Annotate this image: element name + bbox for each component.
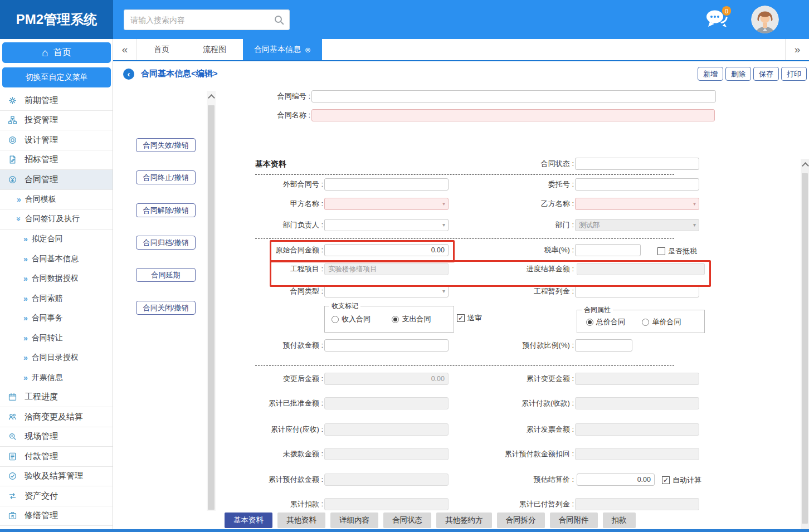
bottom-tab-other-info[interactable]: 其他资料 [277, 513, 325, 528]
sidebar-item-contract-transfer[interactable]: »合同转让 [0, 328, 113, 348]
contract-delay-button[interactable]: 合同延期 [136, 268, 196, 282]
delete-button[interactable]: 删除 [725, 67, 751, 81]
sidebar-home-button[interactable]: ⌂ 首页 [2, 42, 111, 63]
search-input[interactable] [124, 16, 269, 25]
chevron-down-icon: ▾ [442, 222, 445, 228]
back-button[interactable]: ‹ [123, 69, 134, 80]
sidebar-item-payment-mgmt[interactable]: 付款管理 [0, 447, 113, 467]
sidebar-item-label: 合同索赔 [32, 294, 63, 304]
tax-deduct-checkbox[interactable] [657, 247, 665, 255]
sidebar-item-contract-sign-exec[interactable]: »合同签订及执行 [0, 209, 113, 230]
sidebar-item-contract-mgmt[interactable]: 合同管理 [0, 170, 113, 190]
input-prepay-ratio[interactable] [575, 339, 632, 352]
scrollbar-thumb[interactable] [802, 173, 808, 524]
bottom-tab-detail-content[interactable]: 详细内容 [330, 513, 378, 528]
input-contract-name[interactable] [311, 109, 715, 121]
radio-icon[interactable] [392, 316, 399, 323]
bottom-tab-contract-split[interactable]: 合同拆分 [497, 513, 545, 528]
input-external-contract-no[interactable] [324, 178, 449, 191]
bottom-tab-contract-attachment[interactable]: 合同附件 [550, 513, 598, 528]
auto-calc-checkbox[interactable]: ✓ [662, 476, 670, 484]
sidebar-item-repair-mgmt[interactable]: 修缮管理 [0, 506, 113, 526]
contract-close-button[interactable]: 合同关闭/撤销 [136, 301, 196, 315]
tab-contract-basic-info[interactable]: 合同基本信息⊗ [243, 39, 322, 60]
tab-flowchart[interactable]: 流程图 [186, 39, 243, 60]
input-party-a-name[interactable]: ▾ [324, 198, 449, 210]
scroll-up-icon[interactable] [802, 162, 809, 169]
input-provisional-sum[interactable] [575, 285, 699, 297]
radio-expense-contract[interactable]: 支出合同 [392, 314, 431, 324]
scrollbar-thumb[interactable] [208, 105, 215, 510]
contract-invalid-button[interactable]: 合同失效/撤销 [136, 138, 196, 152]
sidebar-item-acceptance-settle-mgmt[interactable]: 验收及结算管理 [0, 467, 113, 487]
switch-custom-menu-button[interactable]: 切换至自定义菜单 [2, 67, 111, 87]
radio-icon[interactable] [332, 316, 339, 323]
input-contract-status[interactable] [575, 158, 699, 170]
contract-rescind-button[interactable]: 合同解除/撤销 [136, 203, 196, 217]
bottom-tab-contract-status[interactable]: 合同状态 [383, 513, 431, 528]
input-tax-rate[interactable] [575, 244, 641, 256]
input-original-contract-amount[interactable]: 0.00 [324, 244, 449, 256]
sidebar-item-contract-dir-auth[interactable]: »合同目录授权 [0, 348, 113, 368]
sidebar-item-contract-claim[interactable]: »合同索赔 [0, 289, 113, 309]
messages-button[interactable]: 0 [704, 7, 735, 33]
sidebar-item-invoice-info[interactable]: »开票信息 [0, 368, 113, 388]
tab-label: 合同基本信息 [254, 45, 301, 55]
bottom-tab-other-signers[interactable]: 其他签约方 [436, 513, 492, 528]
radio-label: 单价合同 [652, 317, 681, 327]
sidebar-item-investment-mgmt[interactable]: 投资管理 [0, 111, 113, 131]
sidebar-item-contract-basic-info[interactable]: »合同基本信息 [0, 249, 113, 269]
sidebar-item-early-stage-mgmt[interactable]: 前期管理 [0, 91, 113, 111]
sidebar-item-label: 修缮管理 [25, 510, 58, 521]
sidebar-item-bidding-mgmt[interactable]: 招标管理 [0, 150, 113, 170]
page-scrollbar[interactable] [801, 159, 809, 532]
input-contract-no[interactable] [311, 90, 716, 103]
close-icon[interactable]: ⊗ [305, 46, 311, 54]
input-est-settle-price[interactable]: 0.00 [577, 474, 655, 486]
sidebar-item-project-progress[interactable]: 工程进度 [0, 388, 113, 408]
field-label-prepay-amount: 预付款金额 : [216, 340, 323, 350]
sidebar-item-negotiation-settle[interactable]: 洽商变更及结算 [0, 407, 113, 427]
print-button[interactable]: 打印 [781, 67, 807, 81]
input-dept-head[interactable]: ▾ [324, 219, 449, 231]
form-row: 工程项目 :实验楼修缮项目进度结算金额 : [216, 263, 801, 277]
field-label-dept-head: 部门负责人 : [216, 220, 323, 230]
field-cum-invoice-amount: 累计发票金额 : [467, 423, 699, 436]
radio-label: 收入合同 [342, 314, 371, 324]
sidebar-item-site-mgmt[interactable]: 现场管理 [0, 427, 113, 447]
form-scrollbar[interactable] [207, 91, 216, 529]
review-checkbox[interactable]: ✓ [457, 314, 465, 322]
radio-income-contract[interactable]: 收入合同 [332, 314, 371, 324]
avatar[interactable] [751, 6, 779, 33]
radio-icon[interactable] [642, 319, 649, 326]
sidebar-item-design-mgmt[interactable]: 设计管理 [0, 130, 113, 150]
sidebar-item-contract-template[interactable]: »合同模板 [0, 190, 113, 210]
input-prepay-amount[interactable] [324, 339, 449, 352]
contract-archive-button[interactable]: 合同归档/撤销 [136, 236, 196, 250]
sidebar-item-label: 招标管理 [25, 154, 58, 165]
sidebar-item-contract-data-auth[interactable]: »合同数据授权 [0, 269, 113, 289]
tab-home[interactable]: 首页 [137, 39, 186, 60]
field-external-contract-no: 外部合同号 : [216, 178, 449, 191]
bottom-tab-deduction[interactable]: 扣款 [603, 513, 636, 528]
search-icon[interactable] [269, 14, 290, 26]
bottom-tab-basic-info[interactable]: 基本资料 [225, 513, 272, 528]
collapse-tabs-right-button[interactable]: » [785, 39, 809, 60]
tax-deduct-checkbox-group: 是否抵税 [657, 246, 697, 256]
radio-unit-price-contract[interactable]: 单价合同 [642, 317, 681, 327]
input-party-b-name[interactable]: ▾ [575, 198, 699, 210]
input-entrust-no[interactable] [575, 178, 699, 191]
input-contract-type[interactable]: ▾ [324, 285, 449, 297]
collapse-tabs-left-button[interactable]: « [113, 39, 137, 60]
sidebar-item-asset-delivery[interactable]: 资产交付 [0, 486, 113, 506]
sidebar-item-draft-contract[interactable]: »拟定合同 [0, 230, 113, 250]
radio-icon[interactable] [586, 319, 593, 326]
field-cum-prepay-recovered: 累计预付款金额扣回 : [467, 448, 699, 460]
sidebar-item-label: 付款管理 [25, 451, 58, 462]
radio-total-price-contract[interactable]: 总价合同 [586, 317, 625, 327]
add-button[interactable]: 新增 [698, 67, 723, 81]
scroll-up-icon[interactable] [208, 94, 215, 101]
save-button[interactable]: 保存 [753, 67, 779, 81]
sidebar-item-contract-affairs[interactable]: »合同事务 [0, 309, 113, 329]
contract-terminate-button[interactable]: 合同终止/撤销 [136, 170, 196, 184]
